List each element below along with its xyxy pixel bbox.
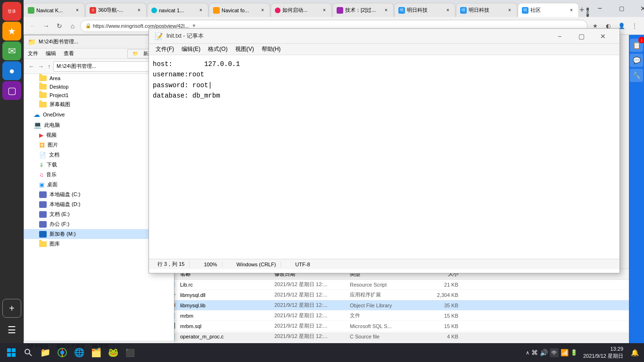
notepad-menu-format[interactable]: 格式(O)	[205, 44, 230, 54]
tab-close-5[interactable]: ×	[321, 7, 328, 14]
tab-close-9[interactable]: ×	[568, 7, 575, 14]
tab-close-6[interactable]: ×	[383, 7, 389, 14]
sidebar-circle-icon[interactable]: ●	[2, 61, 21, 80]
notepad-maximize-btn[interactable]: ▢	[570, 29, 592, 44]
sidebar-menu-icon[interactable]: ☰	[2, 321, 21, 339]
file-row-libmysqllib[interactable]: 📦 libmysql.lib 2021/9/12 星期日 12:... Obje…	[165, 300, 644, 311]
notepad-menu-view[interactable]: 视图(V)	[232, 44, 257, 54]
notepad-minimize-btn[interactable]: −	[549, 29, 570, 44]
fe-menu-edit[interactable]: 编辑	[44, 49, 58, 58]
taskbar-search[interactable]	[21, 345, 36, 360]
file-row-libmysqldll[interactable]: ⚙️ libmysql.dll 2021/9/12 星期日 12:... 应用程…	[165, 290, 644, 300]
minimize-button[interactable]: −	[589, 0, 611, 17]
tab-tech[interactable]: 技术：[2]过... ×	[332, 3, 394, 17]
tab-close-2[interactable]: ×	[136, 7, 142, 14]
fe-item-docs-label: 文档	[49, 151, 59, 158]
folder-icon-desktop	[39, 84, 47, 90]
settings-button[interactable]: ⋮	[629, 20, 640, 32]
tab-mingri2[interactable]: 明 明日科技 ×	[456, 3, 517, 17]
tab-howto[interactable]: 如何启动... ×	[271, 3, 332, 17]
notepad-content[interactable]: host: 127.0.0.1 username:root password: …	[149, 55, 619, 259]
notification-center-button[interactable]: 🔔	[629, 347, 640, 358]
fe-up-btn[interactable]: ↑	[47, 62, 51, 71]
notepad-menu-help[interactable]: 帮助(H)	[259, 44, 284, 54]
tab-close-8[interactable]: ×	[506, 7, 513, 14]
taskbar-app-frog[interactable]: 🐸	[106, 345, 121, 360]
tab-community[interactable]: 明 社区 ×	[518, 3, 579, 17]
file-name-librc: Lib.rc	[180, 282, 274, 288]
tab-navicat1[interactable]: navicat 1... ×	[147, 3, 208, 17]
start-button[interactable]	[4, 345, 19, 360]
fe-item-driveD-label: 本地磁盘 (D:)	[50, 201, 80, 208]
taskbar-clock[interactable]: 13:29 2021/9/12 星期日	[579, 346, 627, 360]
file-type-librc: Resource Script	[350, 282, 421, 288]
fe-item-project1-label: Project1	[50, 92, 68, 98]
file-row-mrbm[interactable]: 📄 mrbm 2021/9/12 星期日 12:... 文件 15 KB	[165, 311, 644, 321]
home-button[interactable]: ⌂	[67, 20, 78, 32]
pc-icon: 💻	[33, 121, 41, 129]
sidebar-login-icon[interactable]: 登录	[2, 2, 21, 21]
tab-close-4[interactable]: ×	[259, 7, 266, 14]
taskbar-date: 2021/9/12 星期日	[583, 353, 623, 360]
tab-close-7[interactable]: ×	[445, 7, 451, 14]
fe-forward-btn[interactable]: →	[37, 62, 45, 71]
forward-button[interactable]: →	[41, 20, 52, 32]
sidebar-star-icon[interactable]: ★	[2, 22, 21, 41]
tray-input-method[interactable]: 中	[550, 348, 559, 357]
sidebar-mail-icon[interactable]: ✉	[2, 41, 21, 60]
right-sidebar-icon-2[interactable]: 💬	[630, 54, 643, 67]
fe-path-text: M:\24\图书管理...	[57, 63, 96, 70]
sidebar-add-icon[interactable]: +	[2, 299, 21, 318]
fe-back-btn[interactable]: ←	[28, 62, 35, 71]
file-size-libmysqllib: 35 KB	[421, 303, 458, 308]
tab-close-3[interactable]: ×	[198, 7, 204, 14]
file-row-mrbmsql[interactable]: 🗄️ mrbm.sql 2021/9/12 星期日 12:... Microso…	[165, 321, 644, 331]
taskbar-folder[interactable]: 🗂️	[89, 345, 104, 360]
file-name-mrbmsql: mrbm.sql	[180, 323, 274, 329]
file-row-librc[interactable]: 📄 Lib.rc 2021/9/12 星期日 12:... Resource S…	[165, 280, 644, 290]
file-row-operatorc[interactable]: 📄 operator_m_proc.c 2021/9/12 星期日 12:...…	[165, 331, 644, 342]
refresh-button[interactable]: ↻	[54, 20, 65, 32]
sidebar-square-icon[interactable]: ▢	[2, 81, 21, 100]
right-sidebar-icon-3[interactable]: 🔧	[630, 69, 643, 82]
taskbar-edge[interactable]: 🌐	[72, 345, 87, 360]
file-date-mrbm: 2021/9/12 星期日 12:...	[274, 312, 350, 319]
notepad-menu-file[interactable]: 文件(F)	[153, 44, 177, 54]
fe-item-desktop2-label: 桌面	[47, 181, 58, 188]
video-icon: ▶	[39, 132, 43, 139]
taskbar-file-explorer[interactable]: 📁	[38, 345, 53, 360]
back-button[interactable]: ←	[27, 20, 39, 32]
tab-mingri1[interactable]: 明 明日科技 ×	[394, 3, 455, 17]
taskbar-chrome[interactable]	[55, 345, 70, 360]
browser-tabs: Navicat K... × 3 360导航-... × navicat 1..…	[24, 0, 644, 17]
fe-item-driveC-label: 本地磁盘 (C:)	[50, 191, 80, 198]
notepad-menu-edit[interactable]: 编辑(E)	[179, 44, 203, 54]
tab-favicon-7: 明	[398, 7, 405, 14]
taskbar-terminal[interactable]: ⬛	[123, 345, 138, 360]
new-tab-button[interactable]: +	[579, 3, 585, 17]
fe-menu-view[interactable]: 查看	[62, 49, 76, 58]
maximize-button[interactable]: ▢	[611, 0, 632, 17]
tab-navicat-k[interactable]: Navicat K... ×	[24, 3, 85, 17]
tab-navicat-fo[interactable]: Navicat fo... ×	[209, 3, 270, 17]
tray-battery[interactable]: 🔋	[570, 349, 578, 356]
tab-label-2: 360导航-...	[98, 7, 136, 14]
close-window-button[interactable]: ✕	[632, 0, 644, 17]
tray-network[interactable]: ⌘	[531, 349, 538, 356]
tray-wifi[interactable]: 📶	[561, 349, 569, 356]
folder-icon-screenshot	[39, 102, 47, 107]
tab-favicon-9: 明	[522, 7, 528, 14]
right-sidebar: 📋 1 💬 🔧	[629, 35, 644, 343]
right-sidebar-icon-1[interactable]: 📋 1	[630, 39, 643, 52]
file-size-mrbm: 15 KB	[421, 313, 458, 319]
tray-expand[interactable]: ∧	[526, 350, 529, 356]
notepad-line-ending: Windows (CRLF)	[232, 262, 281, 267]
fe-menu-file[interactable]: 文件	[26, 49, 40, 58]
folder-icon-gallery	[39, 241, 47, 247]
svg-line-5	[29, 354, 32, 356]
tab-close-1[interactable]: ×	[74, 7, 81, 14]
tab-favicon-6	[337, 7, 343, 14]
tab-360[interactable]: 3 360导航-... ×	[85, 3, 147, 17]
notepad-close-btn[interactable]: ✕	[592, 29, 614, 44]
tray-volume[interactable]: 🔊	[540, 349, 548, 356]
